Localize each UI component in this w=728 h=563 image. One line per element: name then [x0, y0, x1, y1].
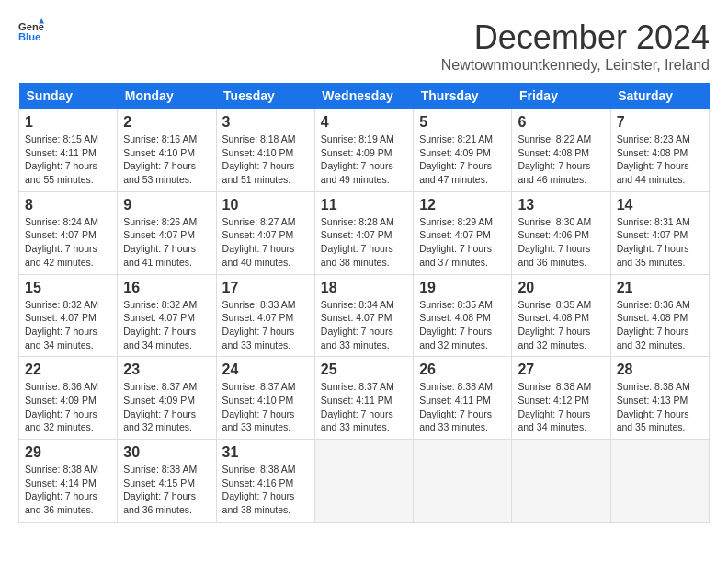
calendar-cell: 27Sunrise: 8:38 AMSunset: 4:12 PMDayligh… — [512, 357, 610, 440]
calendar-week-1: 1Sunrise: 8:15 AMSunset: 4:11 PMDaylight… — [19, 109, 710, 192]
page-header: General Blue December 2024 Newtownmountk… — [18, 18, 710, 74]
cell-content: Sunrise: 8:31 AMSunset: 4:07 PMDaylight:… — [617, 216, 690, 268]
cell-content: Sunrise: 8:32 AMSunset: 4:07 PMDaylight:… — [123, 299, 197, 350]
cell-content: Sunrise: 8:32 AMSunset: 4:07 PMDaylight:… — [25, 299, 98, 350]
calendar-cell: 29Sunrise: 8:38 AMSunset: 4:14 PMDayligh… — [19, 440, 118, 523]
cell-content: Sunrise: 8:26 AMSunset: 4:07 PMDaylight:… — [123, 216, 197, 268]
svg-text:Blue: Blue — [18, 31, 40, 42]
day-number: 23 — [123, 362, 210, 378]
calendar-cell — [414, 440, 512, 523]
calendar-cell: 20Sunrise: 8:35 AMSunset: 4:08 PMDayligh… — [512, 274, 610, 357]
calendar-cell: 21Sunrise: 8:36 AMSunset: 4:08 PMDayligh… — [610, 274, 709, 357]
day-number: 5 — [419, 114, 506, 131]
cell-content: Sunrise: 8:37 AMSunset: 4:09 PMDaylight:… — [123, 381, 197, 432]
weekday-header-sunday: Sunday — [19, 83, 118, 109]
calendar-cell: 14Sunrise: 8:31 AMSunset: 4:07 PMDayligh… — [610, 191, 709, 274]
cell-content: Sunrise: 8:37 AMSunset: 4:11 PMDaylight:… — [321, 381, 394, 432]
day-number: 9 — [123, 197, 210, 213]
weekday-header-monday: Monday — [118, 83, 216, 109]
cell-content: Sunrise: 8:21 AMSunset: 4:09 PMDaylight:… — [419, 133, 493, 185]
calendar-cell: 9Sunrise: 8:26 AMSunset: 4:07 PMDaylight… — [118, 191, 216, 274]
cell-content: Sunrise: 8:18 AMSunset: 4:10 PMDaylight:… — [222, 133, 296, 185]
calendar-cell: 26Sunrise: 8:38 AMSunset: 4:11 PMDayligh… — [414, 357, 512, 440]
calendar-cell: 18Sunrise: 8:34 AMSunset: 4:07 PMDayligh… — [314, 274, 413, 357]
calendar-cell: 24Sunrise: 8:37 AMSunset: 4:10 PMDayligh… — [216, 357, 314, 440]
calendar-cell: 19Sunrise: 8:35 AMSunset: 4:08 PMDayligh… — [414, 274, 512, 357]
cell-content: Sunrise: 8:38 AMSunset: 4:14 PMDaylight:… — [25, 464, 98, 515]
day-number: 15 — [25, 280, 111, 296]
calendar-cell: 10Sunrise: 8:27 AMSunset: 4:07 PMDayligh… — [216, 191, 314, 274]
calendar-cell: 2Sunrise: 8:16 AMSunset: 4:10 PMDaylight… — [118, 109, 216, 192]
cell-content: Sunrise: 8:38 AMSunset: 4:16 PMDaylight:… — [222, 464, 296, 515]
calendar-cell: 28Sunrise: 8:38 AMSunset: 4:13 PMDayligh… — [610, 357, 709, 440]
cell-content: Sunrise: 8:19 AMSunset: 4:09 PMDaylight:… — [321, 133, 394, 185]
weekday-header-tuesday: Tuesday — [216, 83, 314, 109]
calendar-cell — [314, 440, 413, 523]
cell-content: Sunrise: 8:29 AMSunset: 4:07 PMDaylight:… — [419, 216, 493, 268]
cell-content: Sunrise: 8:35 AMSunset: 4:08 PMDaylight:… — [419, 299, 493, 350]
cell-content: Sunrise: 8:35 AMSunset: 4:08 PMDaylight:… — [518, 299, 591, 350]
calendar-week-5: 29Sunrise: 8:38 AMSunset: 4:14 PMDayligh… — [19, 440, 710, 523]
cell-content: Sunrise: 8:38 AMSunset: 4:11 PMDaylight:… — [419, 381, 493, 432]
calendar-cell: 30Sunrise: 8:38 AMSunset: 4:15 PMDayligh… — [118, 440, 216, 523]
day-number: 12 — [419, 197, 506, 213]
day-number: 19 — [419, 280, 506, 296]
calendar-cell: 11Sunrise: 8:28 AMSunset: 4:07 PMDayligh… — [314, 191, 413, 274]
calendar-subtitle: Newtownmountkennedy, Leinster, Ireland — [441, 57, 710, 74]
day-number: 17 — [222, 280, 309, 296]
day-number: 13 — [518, 197, 604, 213]
logo-icon: General Blue — [18, 18, 44, 44]
day-number: 2 — [123, 114, 210, 131]
cell-content: Sunrise: 8:24 AMSunset: 4:07 PMDaylight:… — [25, 216, 98, 268]
cell-content: Sunrise: 8:28 AMSunset: 4:07 PMDaylight:… — [321, 216, 394, 268]
day-number: 8 — [25, 197, 111, 213]
calendar-cell: 5Sunrise: 8:21 AMSunset: 4:09 PMDaylight… — [414, 109, 512, 192]
weekday-header-thursday: Thursday — [414, 83, 512, 109]
calendar-cell — [610, 440, 709, 523]
day-number: 16 — [123, 280, 210, 296]
day-number: 20 — [518, 280, 604, 296]
calendar-cell: 8Sunrise: 8:24 AMSunset: 4:07 PMDaylight… — [19, 191, 118, 274]
logo: General Blue — [18, 18, 44, 44]
calendar-cell: 12Sunrise: 8:29 AMSunset: 4:07 PMDayligh… — [414, 191, 512, 274]
day-number: 27 — [518, 362, 604, 378]
calendar-week-4: 22Sunrise: 8:36 AMSunset: 4:09 PMDayligh… — [19, 357, 710, 440]
day-number: 26 — [419, 362, 506, 378]
cell-content: Sunrise: 8:23 AMSunset: 4:08 PMDaylight:… — [617, 133, 690, 185]
day-number: 11 — [321, 197, 407, 213]
cell-content: Sunrise: 8:36 AMSunset: 4:08 PMDaylight:… — [617, 299, 690, 350]
calendar-cell: 7Sunrise: 8:23 AMSunset: 4:08 PMDaylight… — [610, 109, 709, 192]
calendar-cell: 17Sunrise: 8:33 AMSunset: 4:07 PMDayligh… — [216, 274, 314, 357]
day-number: 1 — [25, 114, 111, 131]
calendar-cell: 15Sunrise: 8:32 AMSunset: 4:07 PMDayligh… — [19, 274, 118, 357]
day-number: 28 — [617, 362, 703, 378]
calendar-cell — [512, 440, 610, 523]
day-number: 25 — [321, 362, 407, 378]
title-section: December 2024 Newtownmountkennedy, Leins… — [441, 18, 710, 74]
weekday-header-saturday: Saturday — [610, 83, 709, 109]
cell-content: Sunrise: 8:15 AMSunset: 4:11 PMDaylight:… — [25, 133, 98, 185]
calendar-cell: 31Sunrise: 8:38 AMSunset: 4:16 PMDayligh… — [216, 440, 314, 523]
cell-content: Sunrise: 8:16 AMSunset: 4:10 PMDaylight:… — [123, 133, 197, 185]
calendar-cell: 6Sunrise: 8:22 AMSunset: 4:08 PMDaylight… — [512, 109, 610, 192]
day-number: 31 — [222, 444, 309, 461]
calendar-table: SundayMondayTuesdayWednesdayThursdayFrid… — [18, 83, 710, 523]
calendar-cell: 23Sunrise: 8:37 AMSunset: 4:09 PMDayligh… — [118, 357, 216, 440]
cell-content: Sunrise: 8:30 AMSunset: 4:06 PMDaylight:… — [518, 216, 591, 268]
day-number: 29 — [25, 444, 111, 461]
day-number: 10 — [222, 197, 309, 213]
cell-content: Sunrise: 8:22 AMSunset: 4:08 PMDaylight:… — [518, 133, 591, 185]
calendar-week-3: 15Sunrise: 8:32 AMSunset: 4:07 PMDayligh… — [19, 274, 710, 357]
day-number: 21 — [617, 280, 703, 296]
calendar-cell: 25Sunrise: 8:37 AMSunset: 4:11 PMDayligh… — [314, 357, 413, 440]
cell-content: Sunrise: 8:38 AMSunset: 4:15 PMDaylight:… — [123, 464, 197, 515]
cell-content: Sunrise: 8:37 AMSunset: 4:10 PMDaylight:… — [222, 381, 296, 432]
cell-content: Sunrise: 8:38 AMSunset: 4:12 PMDaylight:… — [518, 381, 591, 432]
calendar-cell: 3Sunrise: 8:18 AMSunset: 4:10 PMDaylight… — [216, 109, 314, 192]
calendar-cell: 13Sunrise: 8:30 AMSunset: 4:06 PMDayligh… — [512, 191, 610, 274]
day-number: 18 — [321, 280, 407, 296]
calendar-cell: 1Sunrise: 8:15 AMSunset: 4:11 PMDaylight… — [19, 109, 118, 192]
calendar-cell: 4Sunrise: 8:19 AMSunset: 4:09 PMDaylight… — [314, 109, 413, 192]
calendar-cell: 16Sunrise: 8:32 AMSunset: 4:07 PMDayligh… — [118, 274, 216, 357]
day-number: 22 — [25, 362, 111, 378]
